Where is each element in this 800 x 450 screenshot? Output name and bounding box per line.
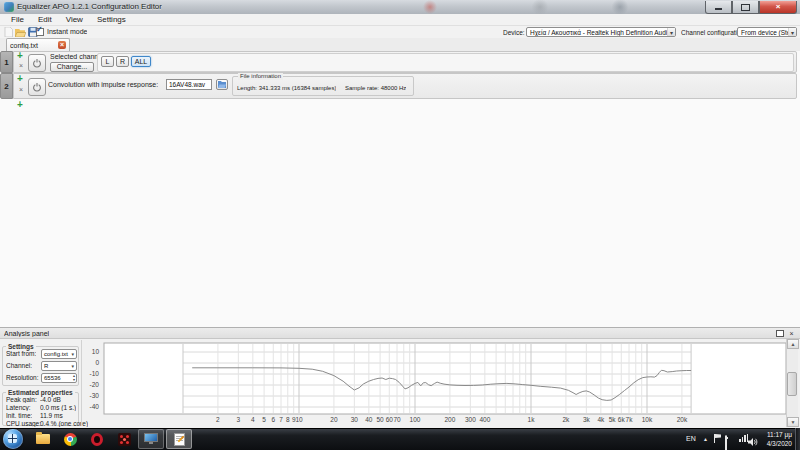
channel-label: Channel:: [6, 362, 32, 369]
svg-text:-40: -40: [90, 403, 100, 410]
row1-add-icon[interactable]: +: [17, 52, 23, 60]
analysis-panel-title: Analysis panel: [4, 330, 49, 337]
tab-config-txt[interactable]: config.txt ×: [6, 38, 70, 51]
scroll-down-button[interactable]: ▼: [787, 417, 799, 427]
windows-logo-icon: [8, 434, 17, 443]
start-from-select[interactable]: config.txt ▾: [41, 349, 77, 359]
window-controls: ×: [705, 1, 797, 14]
svg-text:7: 7: [279, 416, 283, 423]
scrollbar-thumb[interactable]: [787, 372, 797, 396]
taskbar-monitor-app-button[interactable]: [138, 429, 164, 449]
new-file-button[interactable]: [3, 27, 14, 37]
channel-config-select[interactable]: From device (Stereo) ▾: [737, 27, 797, 37]
show-desktop-button[interactable]: [795, 428, 800, 450]
menu-file[interactable]: File: [4, 14, 31, 26]
row2-add-icon[interactable]: +: [17, 75, 23, 83]
taskbar-app-button[interactable]: [111, 429, 137, 449]
impulse-file-input[interactable]: [166, 79, 212, 90]
channel-button-all-selected[interactable]: ALL: [131, 56, 151, 67]
row1-power-toggle[interactable]: [28, 54, 46, 72]
svg-text:300: 300: [465, 416, 476, 423]
channel-buttons-panel: [97, 53, 794, 72]
tray-expand-icon[interactable]: ▲: [703, 436, 708, 442]
menu-settings[interactable]: Settings: [90, 14, 133, 26]
close-button[interactable]: ×: [759, 1, 797, 14]
chevron-down-icon: ▾: [667, 28, 675, 36]
row1-remove-icon[interactable]: ×: [19, 63, 23, 69]
svg-text:30: 30: [351, 416, 359, 423]
analysis-channel-select[interactable]: R ▾: [41, 361, 77, 371]
red-grid-app-icon: [118, 433, 131, 446]
svg-text:70: 70: [393, 416, 401, 423]
start-from-label: Start from:: [6, 350, 36, 357]
power-icon: [32, 58, 42, 68]
svg-text:3k: 3k: [583, 416, 591, 423]
svg-text:7k: 7k: [626, 416, 634, 423]
browse-file-button[interactable]: [216, 79, 228, 90]
taskbar-opera-button[interactable]: [84, 429, 110, 449]
config-editor-icon: [174, 433, 185, 446]
menu-view[interactable]: View: [59, 14, 90, 26]
svg-text:6k: 6k: [618, 416, 626, 423]
instant-mode-label: Instant mode: [47, 28, 87, 35]
change-channels-button[interactable]: Change...: [50, 62, 94, 72]
latency-label: Latency:: [6, 404, 31, 411]
svg-text:5: 5: [262, 416, 266, 423]
svg-text:-20: -20: [90, 381, 100, 388]
row2-number-tab[interactable]: 2: [0, 73, 13, 99]
start-from-value: config.txt: [42, 351, 69, 357]
tray-language-indicator[interactable]: EN: [686, 435, 696, 442]
add-filter-row-icon[interactable]: +: [17, 101, 23, 109]
device-select[interactable]: Ηχεία / Ακουστικά - Realtek High Definit…: [526, 27, 676, 37]
tab-label: config.txt: [10, 42, 58, 49]
svg-text:0: 0: [95, 359, 99, 366]
convolution-label: Convolution with impulse response:: [48, 81, 158, 88]
panel-close-button[interactable]: ×: [787, 329, 796, 338]
screen: Equalizer APO 1.2.1 Configuration Editor…: [0, 0, 800, 450]
open-file-button[interactable]: [15, 27, 26, 37]
start-button[interactable]: [3, 429, 23, 449]
frequency-response-chart: 100-10-20-30-402345678910203040506070100…: [80, 338, 798, 427]
tray-clock[interactable]: 11:17 μμ 4/3/2020: [767, 430, 792, 448]
spin-down-icon[interactable]: ▾: [73, 378, 75, 382]
analysis-channel-value: R: [42, 363, 69, 369]
battery-icon[interactable]: [725, 435, 727, 450]
svg-text:400: 400: [479, 416, 490, 423]
close-icon: ×: [776, 3, 781, 11]
chevron-down-icon: ▾: [69, 351, 76, 357]
scroll-up-button[interactable]: ▲: [787, 339, 799, 349]
svg-text:20: 20: [330, 416, 338, 423]
new-file-icon: [4, 27, 13, 37]
svg-text:6: 6: [271, 416, 275, 423]
spinner-arrows[interactable]: ▴▾: [73, 374, 76, 382]
tab-close-button[interactable]: ×: [58, 41, 66, 49]
menu-edit[interactable]: Edit: [31, 14, 59, 26]
row2-remove-icon[interactable]: ×: [19, 87, 23, 93]
latency-value: 0.0 ms (1 s.): [40, 404, 76, 411]
taskbar-explorer-button[interactable]: [30, 429, 56, 449]
open-folder-icon: [15, 28, 26, 37]
maximize-button[interactable]: [732, 1, 759, 14]
taskbar-chrome-button[interactable]: [57, 429, 83, 449]
svg-text:200: 200: [444, 416, 455, 423]
channel-button-left[interactable]: L: [101, 56, 114, 67]
svg-text:-10: -10: [90, 370, 100, 377]
panel-float-button[interactable]: [775, 329, 784, 338]
app-icon: [4, 2, 14, 12]
row1-number-tab[interactable]: 1: [0, 51, 13, 73]
channel-button-right[interactable]: R: [116, 56, 129, 67]
open-folder-icon: [218, 81, 226, 88]
peak-gain-label: Peak gain:: [6, 396, 37, 403]
taskbar-editor-app-button-active[interactable]: [166, 429, 192, 449]
device-select-value: Ηχεία / Ακουστικά - Realtek High Definit…: [527, 29, 667, 36]
row2-power-toggle[interactable]: [28, 78, 46, 96]
estimated-properties-title: Estimated properties: [6, 389, 75, 396]
speaker-icon[interactable]: [748, 433, 758, 450]
peak-gain-value: -4.0 dB: [40, 396, 61, 403]
file-length-text: Length: 341.333 ms (16384 samples): [237, 85, 336, 91]
menubar: File Edit View Settings: [0, 14, 800, 26]
scroll-up-icon: ▲: [791, 341, 796, 347]
resolution-spinbox[interactable]: 65536 ▴▾: [41, 373, 77, 383]
network-signal-icon[interactable]: [739, 434, 748, 442]
minimize-button[interactable]: [705, 1, 732, 14]
